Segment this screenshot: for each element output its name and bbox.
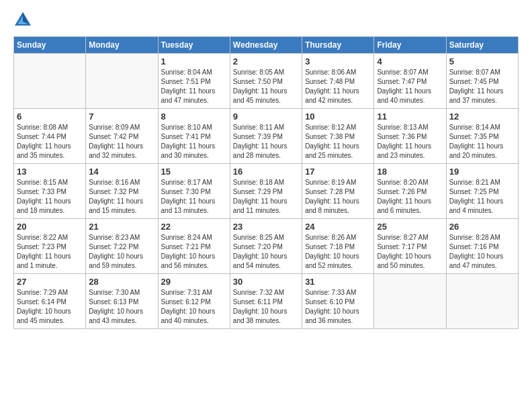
day-info: Sunrise: 8:21 AM Sunset: 7:25 PM Dayligh… <box>449 178 515 216</box>
day-info: Sunrise: 8:24 AM Sunset: 7:21 PM Dayligh… <box>161 233 227 271</box>
page: SundayMondayTuesdayWednesdayThursdayFrid… <box>0 0 532 411</box>
calendar-cell <box>374 274 446 329</box>
day-info: Sunrise: 7:33 AM Sunset: 6:10 PM Dayligh… <box>305 288 371 326</box>
day-number: 21 <box>89 222 154 232</box>
weekday-header-saturday: Saturday <box>446 37 518 54</box>
calendar-cell: 17Sunrise: 8:19 AM Sunset: 7:28 PM Dayli… <box>302 164 374 219</box>
day-number: 16 <box>233 167 299 177</box>
day-number: 5 <box>449 56 515 66</box>
calendar-cell: 13Sunrise: 8:15 AM Sunset: 7:33 PM Dayli… <box>14 164 86 219</box>
day-info: Sunrise: 8:14 AM Sunset: 7:35 PM Dayligh… <box>449 123 515 161</box>
day-number: 26 <box>449 222 515 232</box>
day-number: 23 <box>233 222 299 232</box>
calendar-cell: 16Sunrise: 8:18 AM Sunset: 7:29 PM Dayli… <box>230 164 302 219</box>
day-number: 15 <box>161 167 227 177</box>
day-info: Sunrise: 8:13 AM Sunset: 7:36 PM Dayligh… <box>377 123 443 161</box>
day-info: Sunrise: 8:18 AM Sunset: 7:29 PM Dayligh… <box>233 178 299 216</box>
header <box>13 11 519 30</box>
calendar-week-5: 27Sunrise: 7:29 AM Sunset: 6:14 PM Dayli… <box>14 274 519 329</box>
day-number: 3 <box>305 56 371 66</box>
day-info: Sunrise: 8:22 AM Sunset: 7:23 PM Dayligh… <box>17 233 83 271</box>
day-info: Sunrise: 8:07 AM Sunset: 7:45 PM Dayligh… <box>449 68 515 105</box>
day-info: Sunrise: 8:28 AM Sunset: 7:16 PM Dayligh… <box>449 233 515 271</box>
day-number: 17 <box>305 167 371 177</box>
day-number: 11 <box>377 111 443 122</box>
day-number: 12 <box>449 111 515 122</box>
day-info: Sunrise: 8:12 AM Sunset: 7:38 PM Dayligh… <box>305 123 371 161</box>
day-number: 2 <box>233 56 299 66</box>
calendar-cell: 4Sunrise: 8:07 AM Sunset: 7:47 PM Daylig… <box>374 54 446 109</box>
day-info: Sunrise: 8:05 AM Sunset: 7:50 PM Dayligh… <box>233 68 299 105</box>
weekday-header-row: SundayMondayTuesdayWednesdayThursdayFrid… <box>14 37 519 54</box>
day-info: Sunrise: 8:25 AM Sunset: 7:20 PM Dayligh… <box>233 233 299 271</box>
calendar-cell: 23Sunrise: 8:25 AM Sunset: 7:20 PM Dayli… <box>230 219 302 274</box>
day-number: 22 <box>161 222 227 232</box>
weekday-header-friday: Friday <box>374 37 446 54</box>
calendar-cell: 1Sunrise: 8:04 AM Sunset: 7:51 PM Daylig… <box>158 54 230 109</box>
calendar-cell: 15Sunrise: 8:17 AM Sunset: 7:30 PM Dayli… <box>158 164 230 219</box>
day-number: 9 <box>233 111 299 122</box>
calendar-cell: 28Sunrise: 7:30 AM Sunset: 6:13 PM Dayli… <box>86 274 158 329</box>
day-number: 27 <box>17 277 83 287</box>
calendar-cell <box>446 274 518 329</box>
day-info: Sunrise: 8:17 AM Sunset: 7:30 PM Dayligh… <box>161 178 227 216</box>
calendar-cell: 8Sunrise: 8:10 AM Sunset: 7:41 PM Daylig… <box>158 109 230 164</box>
day-info: Sunrise: 8:20 AM Sunset: 7:26 PM Dayligh… <box>377 178 443 216</box>
day-number: 1 <box>161 56 227 66</box>
day-number: 18 <box>377 167 443 177</box>
day-info: Sunrise: 8:11 AM Sunset: 7:39 PM Dayligh… <box>233 123 299 161</box>
day-number: 14 <box>89 167 154 177</box>
day-info: Sunrise: 7:29 AM Sunset: 6:14 PM Dayligh… <box>17 288 83 326</box>
calendar-cell: 24Sunrise: 8:26 AM Sunset: 7:18 PM Dayli… <box>302 219 374 274</box>
calendar-cell: 31Sunrise: 7:33 AM Sunset: 6:10 PM Dayli… <box>302 274 374 329</box>
calendar-cell <box>86 54 158 109</box>
logo-icon <box>13 11 32 30</box>
weekday-header-monday: Monday <box>86 37 158 54</box>
logo <box>13 11 35 30</box>
day-info: Sunrise: 8:08 AM Sunset: 7:44 PM Dayligh… <box>17 123 83 161</box>
calendar-cell: 7Sunrise: 8:09 AM Sunset: 7:42 PM Daylig… <box>86 109 158 164</box>
calendar-cell: 9Sunrise: 8:11 AM Sunset: 7:39 PM Daylig… <box>230 109 302 164</box>
weekday-header-sunday: Sunday <box>14 37 86 54</box>
day-number: 10 <box>305 111 371 122</box>
day-info: Sunrise: 8:15 AM Sunset: 7:33 PM Dayligh… <box>17 178 83 216</box>
calendar-cell: 10Sunrise: 8:12 AM Sunset: 7:38 PM Dayli… <box>302 109 374 164</box>
day-number: 25 <box>377 222 443 232</box>
day-number: 30 <box>233 277 299 287</box>
calendar-week-1: 1Sunrise: 8:04 AM Sunset: 7:51 PM Daylig… <box>14 54 519 109</box>
day-info: Sunrise: 8:26 AM Sunset: 7:18 PM Dayligh… <box>305 233 371 271</box>
weekday-header-wednesday: Wednesday <box>230 37 302 54</box>
calendar-cell: 11Sunrise: 8:13 AM Sunset: 7:36 PM Dayli… <box>374 109 446 164</box>
day-info: Sunrise: 8:16 AM Sunset: 7:32 PM Dayligh… <box>89 178 154 216</box>
day-info: Sunrise: 8:27 AM Sunset: 7:17 PM Dayligh… <box>377 233 443 271</box>
day-info: Sunrise: 8:23 AM Sunset: 7:22 PM Dayligh… <box>89 233 154 271</box>
day-number: 7 <box>89 111 154 122</box>
day-number: 24 <box>305 222 371 232</box>
day-info: Sunrise: 8:09 AM Sunset: 7:42 PM Dayligh… <box>89 123 154 161</box>
day-number: 20 <box>17 222 83 232</box>
calendar-cell: 21Sunrise: 8:23 AM Sunset: 7:22 PM Dayli… <box>86 219 158 274</box>
calendar-cell: 18Sunrise: 8:20 AM Sunset: 7:26 PM Dayli… <box>374 164 446 219</box>
day-number: 8 <box>161 111 227 122</box>
day-info: Sunrise: 8:06 AM Sunset: 7:48 PM Dayligh… <box>305 68 371 105</box>
calendar-table: SundayMondayTuesdayWednesdayThursdayFrid… <box>13 36 519 329</box>
calendar-cell: 22Sunrise: 8:24 AM Sunset: 7:21 PM Dayli… <box>158 219 230 274</box>
calendar-cell: 12Sunrise: 8:14 AM Sunset: 7:35 PM Dayli… <box>446 109 518 164</box>
calendar-cell: 29Sunrise: 7:31 AM Sunset: 6:12 PM Dayli… <box>158 274 230 329</box>
day-number: 28 <box>89 277 154 287</box>
calendar-cell: 19Sunrise: 8:21 AM Sunset: 7:25 PM Dayli… <box>446 164 518 219</box>
calendar-cell: 14Sunrise: 8:16 AM Sunset: 7:32 PM Dayli… <box>86 164 158 219</box>
calendar-cell: 5Sunrise: 8:07 AM Sunset: 7:45 PM Daylig… <box>446 54 518 109</box>
calendar-cell: 25Sunrise: 8:27 AM Sunset: 7:17 PM Dayli… <box>374 219 446 274</box>
day-info: Sunrise: 8:19 AM Sunset: 7:28 PM Dayligh… <box>305 178 371 216</box>
day-info: Sunrise: 8:04 AM Sunset: 7:51 PM Dayligh… <box>161 68 227 105</box>
calendar-week-3: 13Sunrise: 8:15 AM Sunset: 7:33 PM Dayli… <box>14 164 519 219</box>
day-number: 31 <box>305 277 371 287</box>
day-number: 4 <box>377 56 443 66</box>
calendar-cell: 27Sunrise: 7:29 AM Sunset: 6:14 PM Dayli… <box>14 274 86 329</box>
calendar-week-2: 6Sunrise: 8:08 AM Sunset: 7:44 PM Daylig… <box>14 109 519 164</box>
calendar-cell: 20Sunrise: 8:22 AM Sunset: 7:23 PM Dayli… <box>14 219 86 274</box>
calendar-cell: 3Sunrise: 8:06 AM Sunset: 7:48 PM Daylig… <box>302 54 374 109</box>
calendar-cell: 26Sunrise: 8:28 AM Sunset: 7:16 PM Dayli… <box>446 219 518 274</box>
day-info: Sunrise: 8:07 AM Sunset: 7:47 PM Dayligh… <box>377 68 443 105</box>
